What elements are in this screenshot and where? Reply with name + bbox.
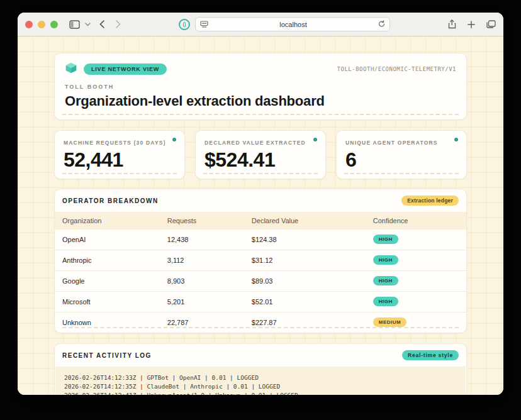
reload-icon[interactable] <box>378 19 385 30</box>
section-title: OPERATOR BREAKDOWN <box>62 197 159 204</box>
table-row: Microsoft 5,201 $52.01 HIGH <box>55 292 466 312</box>
share-icon[interactable] <box>448 19 456 29</box>
declared-value-cell: $227.87 <box>244 312 366 333</box>
table-header-row: Organization Requests Declared Value Con… <box>55 212 466 229</box>
org-cell: OpenAI <box>55 229 160 250</box>
table-row: OpenAI 12,438 $124.38 HIGH <box>55 229 466 250</box>
requests-cell: 8,903 <box>160 271 244 292</box>
page-title: Organization-level extraction dashboard <box>65 93 456 109</box>
forward-button[interactable] <box>116 20 121 28</box>
stat-card-declared-value: DECLARED VALUE EXTRACTED $524.41 <box>195 130 326 179</box>
log-line: 2026-02-26T14:12:41Z | UnknownAgent/1.0 … <box>64 391 457 395</box>
stat-card-unique-operators: UNIQUE AGENT OPERATORS 6 <box>336 130 467 179</box>
log-line: 2026-02-26T14:12:35Z | ClaudeBot | Anthr… <box>64 382 457 391</box>
requests-cell: 3,112 <box>160 250 244 271</box>
log-area: 2026-02-26T14:12:33Z | GPTBot | OpenAI |… <box>55 367 466 395</box>
confidence-badge: HIGH <box>373 255 398 265</box>
extraction-ledger-badge: Extraction ledger <box>401 196 459 206</box>
operator-breakdown-card: OPERATOR BREAKDOWN Extraction ledger Org… <box>54 189 467 333</box>
column-header: Declared Value <box>244 212 366 229</box>
close-window-button[interactable] <box>25 21 33 28</box>
status-dot-icon <box>172 138 176 141</box>
browser-toolbar: localhost <box>18 13 503 36</box>
column-header: Confidence <box>366 212 466 229</box>
minimize-window-button[interactable] <box>38 21 45 28</box>
confidence-badge: HIGH <box>373 297 398 306</box>
confidence-badge: HIGH <box>373 235 398 244</box>
stat-label: DECLARED VALUE EXTRACTED <box>204 140 317 146</box>
new-tab-icon[interactable] <box>468 21 475 28</box>
confidence-cell: MEDIUM <box>366 312 466 333</box>
section-title: RECENT ACTIVITY LOG <box>62 352 152 359</box>
requests-cell: 22,787 <box>160 312 244 333</box>
stat-card-machine-requests: MACHINE REQUESTS (30 DAYS) 52,441 <box>54 130 185 179</box>
column-header: Organization <box>55 212 160 229</box>
cube-icon <box>65 62 77 77</box>
stat-label: MACHINE REQUESTS (30 DAYS) <box>64 140 176 146</box>
activity-log-card: RECENT ACTIVITY LOG Real-time style 2026… <box>54 343 467 395</box>
stats-row: MACHINE REQUESTS (30 DAYS) 52,441 DECLAR… <box>54 130 467 179</box>
table-row: Google 8,903 $89.03 HIGH <box>55 271 466 292</box>
confidence-cell: HIGH <box>366 271 466 292</box>
declared-value-cell: $124.38 <box>244 229 366 250</box>
extension-icon[interactable] <box>179 19 190 30</box>
operator-table: Organization Requests Declared Value Con… <box>55 212 466 333</box>
tab-overview-icon[interactable] <box>486 20 496 28</box>
page-content: LIVE NETWORK VIEW TOLL-BOOTH/ECONOMIC-TE… <box>18 36 503 395</box>
declared-value-cell: $52.01 <box>244 292 366 312</box>
confidence-badge: MEDIUM <box>373 318 406 327</box>
url-text: localhost <box>208 21 378 28</box>
confidence-badge: HIGH <box>373 276 398 285</box>
stat-label: UNIQUE AGENT OPERATORS <box>345 140 457 146</box>
back-button[interactable] <box>99 20 104 28</box>
column-header: Requests <box>160 212 244 229</box>
requests-cell: 12,438 <box>160 229 244 250</box>
log-line: 2026-02-26T14:12:33Z | GPTBot | OpenAI |… <box>64 373 457 382</box>
stat-value: 6 <box>345 148 457 172</box>
reader-view-icon[interactable] <box>200 19 208 30</box>
live-network-badge: LIVE NETWORK VIEW <box>84 64 167 75</box>
telemetry-path: TOLL-BOOTH/ECONOMIC-TELEMETRY/V1 <box>337 66 456 72</box>
status-dot-icon <box>454 138 458 141</box>
eyebrow-label: TOLL BOOTH <box>65 84 456 90</box>
browser-window: localhost LIVE NETWORK VIEW <box>18 13 503 395</box>
declared-value-cell: $31.12 <box>244 250 366 271</box>
requests-cell: 5,201 <box>160 292 244 312</box>
confidence-cell: HIGH <box>366 292 466 312</box>
dashboard-header-card: LIVE NETWORK VIEW TOLL-BOOTH/ECONOMIC-TE… <box>54 53 467 120</box>
declared-value-cell: $89.03 <box>244 271 366 292</box>
stat-value: $524.41 <box>204 148 317 172</box>
org-cell: Google <box>55 271 160 292</box>
window-controls <box>25 21 58 28</box>
realtime-badge: Real-time style <box>402 350 459 360</box>
sidebar-toggle-icon[interactable] <box>69 20 80 29</box>
address-bar[interactable]: localhost <box>195 17 390 31</box>
org-cell: Unknown <box>55 312 160 333</box>
table-row: Anthropic 3,112 $31.12 HIGH <box>55 250 466 271</box>
confidence-cell: HIGH <box>366 250 466 271</box>
table-row: Unknown 22,787 $227.87 MEDIUM <box>55 312 466 333</box>
sidebar-chevron-down-icon[interactable] <box>85 23 91 26</box>
status-dot-icon <box>313 138 317 141</box>
zoom-window-button[interactable] <box>50 21 58 28</box>
org-cell: Microsoft <box>55 292 160 312</box>
stat-value: 52,441 <box>64 148 176 172</box>
org-cell: Anthropic <box>55 250 160 271</box>
confidence-cell: HIGH <box>366 229 466 250</box>
